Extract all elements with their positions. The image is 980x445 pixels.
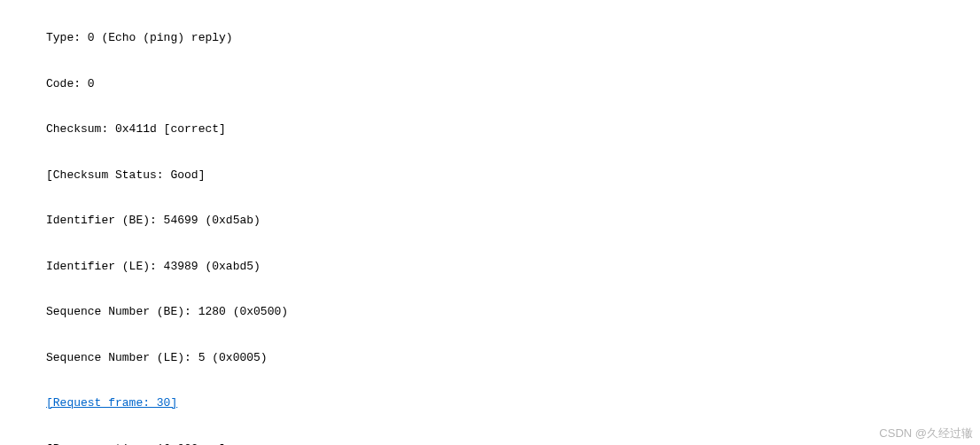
icmp-seq-be: Sequence Number (BE): 1280 (0x0500) <box>0 302 980 322</box>
icmp-checksum: Checksum: 0x411d [correct] <box>0 120 980 139</box>
request-frame-link[interactable]: [Request frame: 30] <box>46 396 177 410</box>
icmp-id-be: Identifier (BE): 54699 (0xd5ab) <box>0 211 980 230</box>
icmp-code: Code: 0 <box>0 74 980 94</box>
icmp-type: Type: 0 (Echo (ping) reply) <box>0 28 980 48</box>
icmp-id-le: Identifier (LE): 43989 (0xabd5) <box>0 257 980 277</box>
packet-details-pane: Type: 0 (Echo (ping) reply) Code: 0 Chec… <box>0 0 980 445</box>
icmp-checksum-status: [Checksum Status: Good] <box>0 166 980 185</box>
watermark: CSDN @久经过辙 <box>879 425 973 441</box>
icmp-request-frame[interactable]: [Request frame: 30] <box>0 394 980 413</box>
icmp-response-time: [Response time: 16.000 ms] <box>0 440 980 446</box>
icmp-seq-le: Sequence Number (LE): 5 (0x0005) <box>0 348 980 368</box>
